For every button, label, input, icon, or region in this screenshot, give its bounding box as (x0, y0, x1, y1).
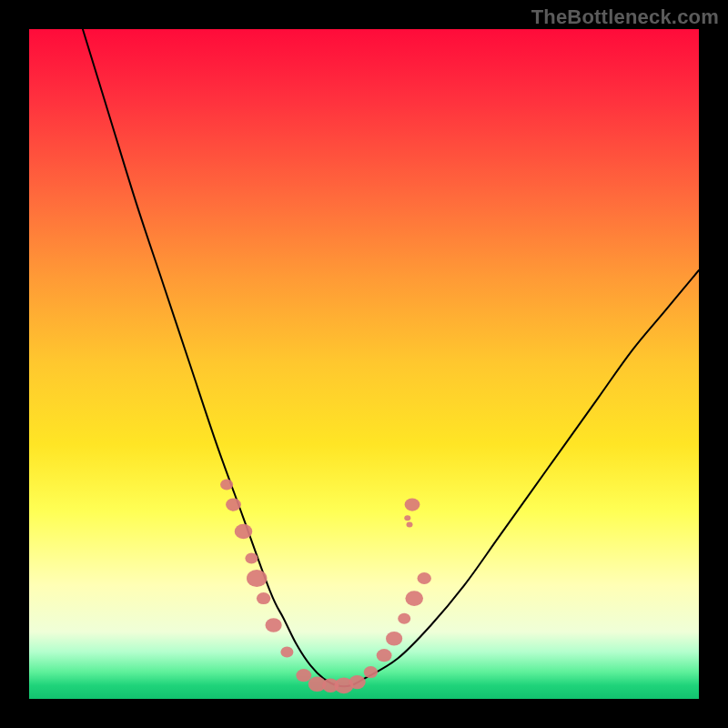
marker-dot (405, 499, 420, 511)
chart-frame: TheBottleneck.com (0, 0, 728, 728)
marker-dot (220, 480, 233, 490)
marker-dot (257, 592, 270, 604)
curve-layer (29, 29, 699, 699)
highlighted-points (220, 480, 431, 694)
marker-dot (404, 515, 410, 521)
watermark-label: TheBottleneck.com (531, 5, 719, 29)
marker-dot (405, 591, 423, 606)
marker-dot (407, 522, 413, 528)
marker-dot (247, 570, 267, 587)
marker-dot (364, 666, 378, 678)
marker-dot (266, 618, 282, 632)
marker-dot (226, 499, 241, 511)
marker-dot (296, 669, 311, 682)
marker-dot (349, 675, 366, 689)
marker-dot (398, 613, 410, 624)
bottleneck-curve (83, 29, 699, 686)
marker-dot (418, 572, 431, 584)
marker-dot (235, 524, 253, 540)
marker-dot (377, 649, 392, 662)
marker-dot (245, 552, 258, 563)
marker-dot (386, 632, 402, 645)
plot-area (29, 29, 699, 699)
marker-dot (280, 647, 293, 658)
